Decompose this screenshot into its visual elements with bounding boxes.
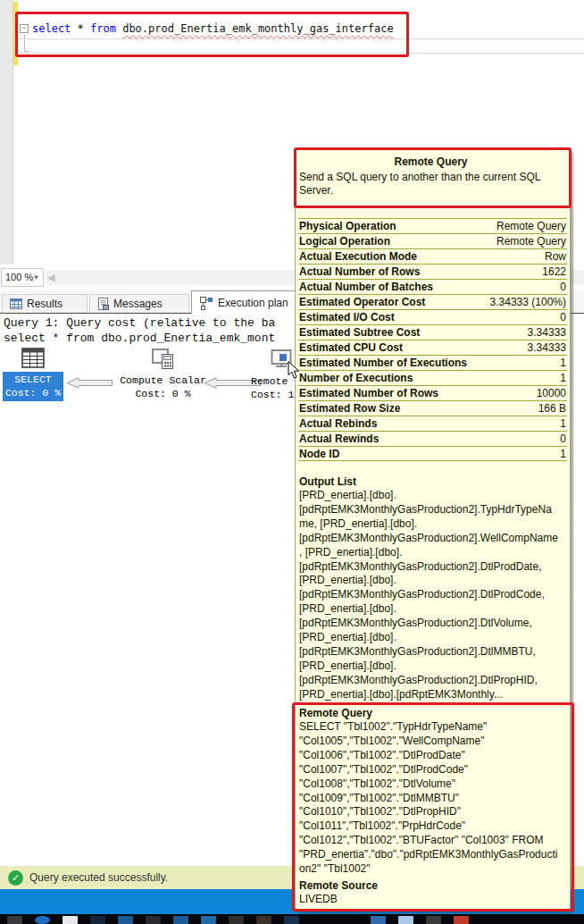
output-list-lines: [PRD_enertia].[dbo].[pdRptEMK3MonthlyGas…: [299, 489, 566, 702]
output-list-line: , [PRD_enertia].[dbo].: [299, 546, 566, 560]
property-row: Actual Execution Mode Row: [298, 248, 567, 264]
tab-messages[interactable]: Messages: [89, 294, 189, 313]
operator-tooltip: Remote Query Send a SQL query to another…: [295, 149, 571, 911]
output-list-line: [pdRptEMK3MonthlyGasProduction2].DtlMMBT…: [299, 645, 566, 659]
tab-messages-label: Messages: [113, 298, 163, 310]
remote-query-line: "Col1005","Tbl1002"."WellCompName": [299, 735, 566, 749]
property-value: 1: [560, 447, 566, 460]
taskbar-icon[interactable]: [398, 916, 413, 924]
tooltip-property-table: Physical Operation Remote Query Logical …: [298, 218, 567, 461]
scroll-left-icon[interactable]: ◀: [47, 271, 54, 284]
output-list-line: [pdRptEMK3MonthlyGasProduction2].DtlVolu…: [299, 617, 566, 631]
taskbar-icon[interactable]: [90, 916, 105, 924]
output-list-line: [PRD_enertia].[dbo].: [299, 659, 566, 674]
property-row: Logical Operation Remote Query: [298, 233, 567, 248]
tab-results[interactable]: Results: [2, 294, 88, 313]
remote-query-line: "Col1006","Tbl1002"."DtlProdDate": [299, 749, 566, 763]
plan-node-name: SELECT: [3, 373, 63, 386]
sql-statement[interactable]: select * from dbo.prod_Enertia_emk_month…: [32, 22, 394, 35]
taskbar-icon[interactable]: [256, 916, 271, 924]
status-message: Query executed successfully.: [29, 871, 168, 884]
taskbar-icon[interactable]: [201, 916, 216, 924]
property-row: Physical Operation Remote Query: [298, 218, 567, 233]
property-value: 10000: [537, 386, 566, 400]
output-list-line: me, [PRD_enertia].[dbo].: [299, 517, 566, 532]
property-value: 3.34333: [528, 340, 566, 355]
compute-scalar-icon: [151, 348, 175, 374]
property-label: Physical Operation: [299, 219, 396, 233]
property-label: Estimated Number of Executions: [299, 356, 467, 370]
taskbar-icon[interactable]: [63, 916, 78, 924]
property-label: Estimated CPU Cost: [299, 340, 403, 355]
property-row: Actual Number of Rows 1622: [298, 264, 567, 279]
tab-execution-plan[interactable]: Execution plan: [191, 290, 299, 314]
tooltip-output-list: Output List [PRD_enertia].[dbo].[pdRptEM…: [299, 475, 566, 702]
property-row: Actual Number of Batches 0: [298, 279, 567, 294]
taskbar-icon[interactable]: [454, 916, 469, 924]
change-tracking-bar: [13, 2, 18, 65]
remote-query-line: SELECT "Tbl1002"."TypHdrTypeName": [299, 720, 566, 735]
property-row: Estimated Subtree Cost 3.34333: [298, 324, 567, 340]
plan-node-compute-scalar[interactable]: Compute Scalar Cost: 0 %: [116, 348, 210, 400]
property-row: Node ID 1: [298, 446, 567, 461]
remote-query-lines: SELECT "Tbl1002"."TypHdrTypeName""Col100…: [299, 720, 566, 877]
property-label: Actual Number of Rows: [299, 265, 420, 279]
sql-keyword-from: from: [90, 22, 122, 35]
results-grid-icon: [10, 298, 22, 309]
property-label: Estimated Row Size: [299, 401, 400, 416]
taskbar-icon[interactable]: [229, 916, 244, 924]
taskbar-icon[interactable]: [35, 916, 50, 924]
tooltip-remote-query: Remote Query SELECT "Tbl1002"."TypHdrTyp…: [299, 706, 566, 877]
property-value: 0: [560, 280, 566, 294]
output-list-line: [pdRptEMK3MonthlyGasProduction2].DtlProd…: [299, 588, 566, 602]
taskbar-icon[interactable]: [284, 916, 299, 924]
plan-node-select[interactable]: SELECT Cost: 0 %: [3, 348, 63, 401]
property-label: Actual Number of Batches: [299, 280, 433, 294]
remote-query-line: "Col1009","Tbl1002"."DtlMMBTU": [299, 792, 566, 806]
tooltip-remote-source: Remote Source LIVEDB: [299, 878, 566, 907]
tab-results-label: Results: [27, 298, 63, 310]
sql-table-name: dbo.prod_Enertia_emk_monthly_gas_interfa…: [122, 22, 393, 35]
editor-gutter: [0, 0, 13, 265]
property-row: Actual Rebinds 1: [298, 416, 567, 431]
output-list-line: [pdRptEMK3MonthlyGasProduction2].DtlProp…: [299, 674, 566, 688]
output-list-line: [pdRptEMK3MonthlyGasProduction2].DtlProd…: [299, 560, 566, 575]
property-label: Actual Execution Mode: [299, 249, 417, 264]
property-row: Estimated I/O Cost 0: [298, 309, 567, 324]
property-value: Row: [545, 249, 566, 264]
property-label: Logical Operation: [299, 234, 390, 248]
property-label: Number of Executions: [299, 371, 413, 385]
output-list-line: [pdRptEMK3MonthlyGasProduction2].WellCom…: [299, 532, 566, 546]
taskbar-icon[interactable]: [7, 916, 22, 924]
chevron-down-icon[interactable]: ▾: [30, 269, 42, 286]
property-value: 1: [560, 356, 566, 370]
property-label: Estimated Number of Rows: [299, 386, 438, 400]
property-label: Actual Rebinds: [299, 416, 377, 431]
sql-keyword-select: select: [32, 22, 71, 35]
property-row: Estimated Number of Executions 1: [298, 355, 567, 370]
collapse-region-toggle[interactable]: −: [20, 24, 29, 33]
property-value: 1: [560, 416, 566, 431]
execution-plan-icon: [199, 296, 213, 310]
taskbar-icon[interactable]: [371, 916, 386, 924]
plan-node-cost: Cost: 0 %: [3, 386, 63, 399]
property-row: Estimated Row Size 166 B: [298, 400, 567, 416]
taskbar-icon[interactable]: [146, 916, 161, 924]
taskbar-icon[interactable]: [426, 916, 441, 924]
property-value: 0: [560, 432, 566, 446]
plan-node-name: Compute Scalar: [116, 374, 210, 387]
remote-query-line: "Col1007","Tbl1002"."DtlProdCode": [299, 763, 566, 777]
property-row: Estimated Operator Cost 3.34333 (100%): [298, 294, 567, 309]
zoom-level-combobox[interactable]: 100 % ▾: [1, 268, 44, 287]
property-label: Node ID: [299, 447, 339, 460]
tooltip-description: Send a SQL query to another than the cur…: [299, 171, 563, 197]
remote-source-value: LIVEDB: [299, 893, 566, 907]
ssms-window: − select * from dbo.prod_Enertia_emk_mon…: [0, 0, 584, 924]
property-row: Number of Executions 1: [298, 370, 567, 385]
taskbar-icon[interactable]: [118, 916, 133, 924]
output-list-line: [PRD_enertia].[dbo].[pdRptEMK3Monthly...: [299, 688, 566, 702]
property-row: Estimated Number of Rows 10000: [298, 385, 567, 400]
sql-star: *: [71, 22, 90, 35]
taskbar-icon[interactable]: [173, 916, 188, 924]
property-value: 166 B: [538, 401, 566, 416]
